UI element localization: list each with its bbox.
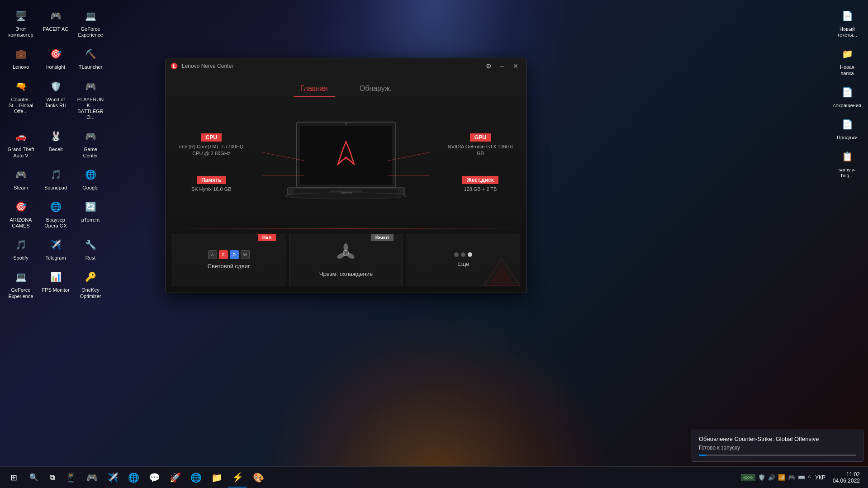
tab-discover[interactable]: Обнаруж. [353,81,398,97]
desktop-icon-onekey[interactable]: 🔑 OneKey Optimizer [74,265,107,301]
tray-icons: 🛡️ 🔊 📶 🎮 ⌨️ ^ [757,474,811,481]
card2-badge: Выкл [371,234,394,241]
desktop-icon-csgo[interactable]: 🔫 Counter-St... Global Offe... [5,75,37,123]
dot-2 [461,252,465,257]
desktop-icon-gta[interactable]: 🚗 Grand Theft Auto V [5,125,37,161]
desktop-icon-faceit[interactable]: 🎮 FACEIT AC [39,5,72,40]
desktop-icon-tlauncher[interactable]: ⛏️ TLauncher [74,43,107,72]
icon-row-4: 🚗 Grand Theft Auto V 🐰 Deceit 🎮 Game Cen… [5,125,107,161]
clock-time: 11:02 [833,471,860,478]
steam-label: Steam [14,185,28,191]
card-more[interactable]: Еще [407,234,520,286]
sokrasheniya-icon: 📄 [838,83,856,101]
window-controls: ⚙ ─ ✕ [482,61,522,71]
gpu-label: GPU [470,133,491,142]
notification-popup: Обновление Counter-Strike: Global Offens… [692,430,863,462]
pubg-label: PLAYERUNK... BATTLEGRO... [76,97,104,121]
task-view-button[interactable]: ⧉ [43,467,61,488]
taskbar-telegram-tray[interactable]: ✈️ [103,468,123,488]
desktop-icon-geforce[interactable]: 💻 GeForce Experience [74,5,107,40]
battery-indicator: 63% [741,474,755,481]
taskbar-browser[interactable]: 🌐 [186,468,206,488]
tray-audio[interactable]: 🔊 [767,474,776,481]
tray-keyboard[interactable]: ⌨️ [797,474,806,481]
desktop-icon-ironsight[interactable]: 🎯 Ironsight [39,43,72,72]
tray-more[interactable]: ^ [807,474,811,481]
desktop-icon-utorrent[interactable]: 🔄 µTorrent [74,195,107,231]
settings-button[interactable]: ⚙ [482,61,495,71]
tray-steam-icon[interactable]: 🎮 [787,474,796,481]
search-button[interactable]: 🔍 [25,467,43,488]
desktop-icon-telegram[interactable]: ✈️ Telegram [39,233,72,263]
desktop-icon-arizona[interactable]: 🎯 ARIZONA GAMES [5,195,37,231]
desktop-icon-game-center[interactable]: 🎮 Game Center [74,125,107,161]
desktop-icon-samuy[interactable]: 📋 samyiy-bog... [831,145,863,181]
geforce-icon: 💻 [81,7,100,25]
desktop-icon-fps-monitor[interactable]: 📊 FPS Monitor [39,265,72,301]
close-button[interactable]: ✕ [509,61,522,71]
fps-monitor-label: FPS Monitor [42,287,69,293]
desktop-icon-prodazhi[interactable]: 📄 Продажи [831,113,863,143]
taskbar-opera-tray[interactable]: 🌐 [123,468,143,488]
desktop-icon-this-computer[interactable]: 🖥️ Этот компьютер [5,5,37,40]
icon-row-5: 🎮 Steam 🎵 Soundpad 🌐 Google [5,163,107,193]
desktop-icon-steam[interactable]: 🎮 Steam [5,163,37,193]
google-label: Google [82,185,98,191]
bottom-cards: Вкл A S D W Световой сдвиг Выкл [166,229,526,291]
icon-row-6: 🎯 ARIZONA GAMES 🌐 Браузер Opera GX 🔄 µTo… [5,195,107,231]
sokrasheniya-label: сокращения [833,103,861,109]
start-button[interactable]: ⊞ [2,467,25,488]
language-indicator[interactable]: УКР [813,474,827,482]
arizona-label: ARIZONA GAMES [7,217,35,229]
desktop-icon-pubg[interactable]: 🎮 PLAYERUNK... BATTLEGRO... [74,75,107,123]
app-icon: L [170,62,178,70]
onekey-icon: 🔑 [81,268,100,286]
tab-main[interactable]: Главная [294,81,335,97]
taskbar-files[interactable]: 📁 [207,468,227,488]
desktop-icon-wot[interactable]: 🛡️ World of Tanks RU [39,75,72,123]
geforce2-icon: 💻 [12,268,30,286]
notification-progress-bar-container [699,455,856,456]
gpu-badge: GPU NVIDIA GeForce GTX 1060 6GB [448,133,513,157]
desktop-icon-geforce2[interactable]: 💻 GeForce Experience [5,265,37,301]
taskbar-steam-tray[interactable]: 🎮 [82,468,102,488]
card-light-shift[interactable]: Вкл A S D W Световой сдвиг [172,234,285,286]
card2-label: Чрезм. охлаждение [319,270,373,277]
tray-antivirus[interactable]: 🛡️ [757,474,766,481]
desktop-icon-spotify[interactable]: 🎵 Spotify [5,233,37,263]
pubg-icon: 🎮 [81,77,100,95]
desktop-icon-new-folder[interactable]: 📁 Новая папка [831,43,863,78]
system-clock[interactable]: 11:02 04.06.2022 [829,471,863,484]
deceit-label: Deceit [48,147,62,152]
key-a: A [208,250,217,259]
more-dots [454,252,472,257]
card1-label: Световой сдвиг [208,263,250,270]
minimize-button[interactable]: ─ [496,61,508,71]
desktop-icon-rust[interactable]: 🔧 Rust [74,233,107,263]
taskbar-color-picker[interactable]: 🎨 [248,468,268,488]
desktop-icon-google[interactable]: 🌐 Google [74,163,107,193]
card3-label: Еще [457,261,469,267]
desktop-icon-new-text[interactable]: 📄 Новый тексты... [831,5,863,40]
desktop-icon-opera[interactable]: 🌐 Браузер Opera GX [39,195,72,231]
tray-network[interactable]: 📶 [777,474,786,481]
geforce-label: GeForce Experience [76,26,104,38]
key-d: D [230,250,239,259]
taskbar-nerve-center[interactable]: ⚡ [228,468,247,488]
desktop: 🖥️ Этот компьютер 🎮 FACEIT AC 💻 GeForce … [0,0,868,488]
taskbar-discord[interactable]: 💬 [144,468,164,488]
notification-body: Готово к запуску [699,445,856,451]
taskbar-viber[interactable]: 📱 [61,468,81,488]
spec-right: GPU NVIDIA GeForce GTX 1060 6GB Жест.дис… [448,133,513,193]
desktop-icon-sokrasheniya[interactable]: 📄 сокращения [831,81,863,111]
samuy-label: samyiy-bog... [833,167,861,179]
card-extreme-cooling[interactable]: Выкл Чрезм. охлаждение [289,234,403,286]
taskbar-launcher[interactable]: 🚀 [165,468,185,488]
desktop-icon-lenovo[interactable]: 💼 Lenovo [5,43,37,72]
keyboard-lights: A S D W [208,250,250,259]
desktop-icon-deceit[interactable]: 🐰 Deceit [39,125,72,161]
desktop-icon-soundpad[interactable]: 🎵 Soundpad [39,163,72,193]
arizona-icon: 🎯 [12,198,30,216]
csgo-icon: 🔫 [12,77,30,95]
soundpad-icon: 🎵 [47,166,65,184]
